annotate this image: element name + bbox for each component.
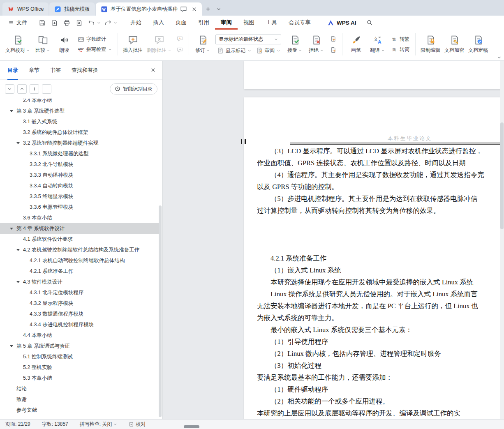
document-vertical-scrollbar[interactable]	[500, 61, 504, 419]
spell-check-button[interactable]: ABC拼写检查	[76, 46, 113, 53]
horizontal-scrollbar-thumb[interactable]	[184, 425, 199, 428]
proofread-button[interactable]: 校对	[129, 421, 146, 428]
previous-change-button[interactable]	[328, 35, 338, 43]
toc-item[interactable]: 3.6 本章小结	[0, 212, 159, 223]
toc-item[interactable]: 3.3.6 电源管理模块	[0, 202, 159, 212]
undo-button[interactable]	[86, 17, 97, 28]
toc-item[interactable]: 3.3.4 自动转向模块	[0, 180, 159, 191]
spellcheck-toggle[interactable]: 拼写检查: 关闭	[80, 421, 118, 428]
toc-item[interactable]: 4.3.4 步进电机控制程序模块	[0, 319, 159, 330]
translate-button[interactable]: 文A翻译	[367, 32, 388, 57]
wps-home-tab[interactable]: WPS Office	[2, 2, 49, 16]
toc-item[interactable]: 第 3 章 系统硬件选型	[0, 106, 159, 116]
sidebar-tab-书签[interactable]: 书签	[50, 61, 61, 80]
toc-item[interactable]: 3.2 系统的硬件总体设计框架	[0, 127, 159, 138]
show-markup-button[interactable]: 显示标记	[215, 47, 253, 55]
search-icon[interactable]	[366, 19, 373, 26]
toc-item[interactable]: 4.2.1 农机自动驾驶控制终端软件总体结构	[0, 255, 159, 266]
toc-item[interactable]: 5.2 整机实验	[0, 362, 159, 373]
collapse-all-button[interactable]	[42, 84, 51, 94]
output-pdf-button[interactable]	[49, 17, 60, 28]
menu-tab-引用[interactable]: 引用	[192, 16, 215, 30]
sidebar-tab-章节[interactable]: 章节	[29, 61, 39, 80]
toc-item[interactable]: 结论	[0, 383, 159, 394]
toc-item[interactable]: 5.1 控制系统终端测试	[0, 351, 159, 362]
toc-item[interactable]: 5.3 本章小结	[0, 373, 159, 383]
menu-tab-视图[interactable]: 视图	[238, 16, 260, 30]
toc-item[interactable]: 3.1 嵌入式系统	[0, 116, 159, 127]
reject-change-button[interactable]: 拒绝	[305, 32, 327, 57]
print-button[interactable]	[61, 17, 72, 28]
toc-item[interactable]: 3.3.1 系统微处理器的选型	[0, 148, 159, 159]
menu-tab-页面[interactable]: 页面	[170, 16, 192, 30]
toc-expand-icon[interactable]	[16, 281, 20, 283]
sidebar-tab-查找和替换[interactable]: 查找和替换	[72, 61, 98, 80]
toc-item[interactable]: 2.4 本章小结	[0, 99, 159, 106]
markup-state-combobox[interactable]: 显示标记的最终状态	[215, 35, 281, 44]
toc-item[interactable]: 4.4 本章小结	[0, 330, 159, 341]
save-button[interactable]	[37, 17, 47, 28]
file-menu-button[interactable]: 文件	[4, 16, 31, 30]
toc-item[interactable]: 4.2.1 系统准备工作	[0, 266, 159, 277]
restrict-editing-button[interactable]: 限制编辑	[418, 32, 442, 57]
vertical-scrollbar-thumb[interactable]	[500, 122, 504, 229]
toc-expand-icon[interactable]	[10, 345, 13, 347]
window-tab[interactable]: 找稿壳模板	[49, 2, 95, 16]
toc-item[interactable]: 4.3 软件模块设计	[0, 277, 159, 287]
menu-tab-会员专享[interactable]: 会员专享	[283, 16, 317, 30]
toc-expand-icon[interactable]	[10, 228, 13, 230]
toc-item[interactable]: 4.2 农机驾驶控制终端软件总结结构及系统准备工作	[0, 244, 159, 255]
toc-expand-icon[interactable]	[16, 142, 20, 144]
toc-item[interactable]: 4.3.1 北斗定位模块程序	[0, 287, 159, 298]
accept-change-button[interactable]: 接受	[284, 32, 305, 57]
expand-all-button[interactable]	[30, 84, 39, 94]
to-traditional-button[interactable]: 繁转繁	[389, 35, 411, 43]
tab-list-dropdown[interactable]	[213, 2, 224, 16]
toc-item[interactable]: 第 4 章 系统软件设计	[0, 223, 159, 234]
smart-toc-button[interactable]: 智能识别目录	[110, 83, 157, 95]
finalize-document-button[interactable]: 文档定稿	[466, 32, 490, 57]
compare-button[interactable]: 比较	[32, 32, 53, 57]
track-changes-button[interactable]: 修订	[192, 32, 213, 57]
review-button[interactable]: 审阅	[254, 47, 282, 55]
next-change-button[interactable]	[328, 46, 338, 54]
menu-tab-插入[interactable]: 插入	[147, 16, 170, 30]
close-sidebar-icon[interactable]	[150, 67, 156, 73]
close-tab-icon[interactable]	[192, 7, 197, 12]
read-aloud-button[interactable]: 朗读	[53, 32, 75, 57]
ribbon-collapse-icon[interactable]	[497, 55, 502, 60]
to-simplified-button[interactable]: 简转简	[389, 46, 411, 53]
toc-item[interactable]: 4.3.2 显示程序模块	[0, 298, 159, 309]
new-tab-button[interactable]	[203, 2, 213, 16]
toc-item[interactable]: 4.3.3 数据通信程序模块	[0, 309, 159, 319]
ink-brush-button[interactable]: 画笔	[345, 32, 367, 57]
toc-item[interactable]: 致谢	[0, 394, 159, 405]
sidebar-scrollbar[interactable]	[159, 205, 162, 417]
menu-tab-审阅[interactable]: 审阅	[215, 16, 238, 30]
insert-comment-button[interactable]: 插入批注	[121, 32, 145, 57]
toc-item[interactable]: 4.1 系统软件设计要求	[0, 234, 159, 244]
toc-item[interactable]: 3.3.3 自动播种模块	[0, 170, 159, 180]
doc-proofing-button[interactable]: 文档校对	[3, 32, 32, 57]
page-indicator[interactable]: 页面: 21/29	[5, 421, 30, 428]
menu-tab-工具[interactable]: 工具	[260, 16, 283, 30]
word-count-button[interactable]: 123字数统计	[76, 35, 113, 43]
toc-item[interactable]: 3.2 系统智能控制器终端硬件实现	[0, 138, 159, 148]
collapse-up-button[interactable]	[17, 84, 27, 94]
menu-tab-开始[interactable]: 开始	[125, 16, 147, 30]
encrypt-document-button[interactable]: 文档加密	[442, 32, 466, 57]
collapse-down-button[interactable]	[5, 84, 14, 94]
print-preview-button[interactable]	[74, 17, 84, 28]
document-page[interactable]: 本科生毕业论文 （3）LCD 显示程序。可以通过 LCD 显示屏对农机作业状态进…	[244, 97, 504, 419]
window-tab[interactable]: 基于位置信息的小麦自动播种	[96, 2, 202, 16]
wps-ai-button[interactable]: WPS AI	[327, 19, 356, 26]
word-count-indicator[interactable]: 字数: 13857	[42, 421, 68, 428]
toc-expand-icon[interactable]	[10, 110, 13, 112]
toc-item[interactable]: 第 5 章 系统调试与验证	[0, 341, 159, 351]
sidebar-tab-目录[interactable]: 目录	[7, 61, 18, 80]
redo-button[interactable]	[102, 17, 113, 28]
toc-item[interactable]: 3.3.5 终端显示模块	[0, 191, 159, 202]
toc-item[interactable]: 3.3.2 北斗导航模块	[0, 159, 159, 170]
toc-item[interactable]: 参考文献	[0, 405, 159, 415]
toc-expand-icon[interactable]	[16, 249, 20, 251]
